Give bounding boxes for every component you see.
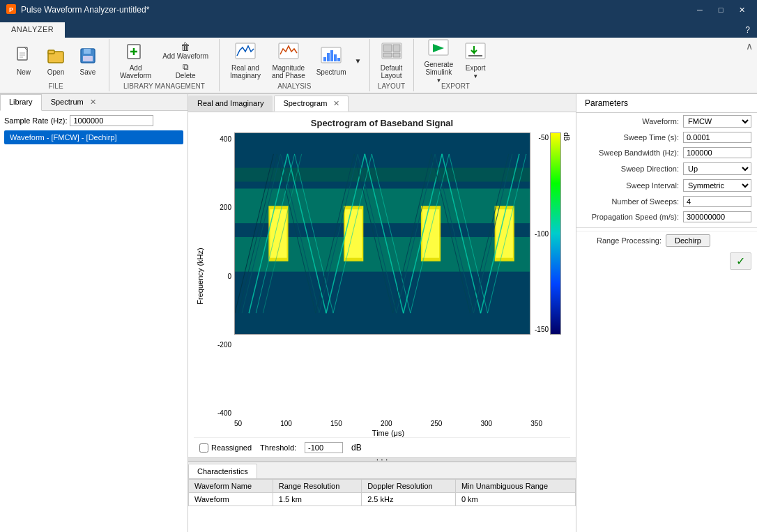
param-label-sweep-time: Sweep Time (s):: [582, 133, 683, 142]
minimize-button[interactable]: ─: [690, 3, 710, 17]
reassigned-checkbox[interactable]: [199, 443, 208, 453]
ribbon-group-layout: DefaultLayout LAYOUT: [370, 39, 414, 91]
default-layout-button[interactable]: DefaultLayout: [376, 40, 408, 81]
characteristics-table: Waveform Name Range Resolution Doppler R…: [188, 479, 576, 506]
characteristics-panel: Characteristics Waveform Name Range Reso…: [188, 462, 576, 532]
open-button[interactable]: Open: [40, 40, 71, 81]
export-dropdown-icon: ▼: [473, 73, 478, 79]
sample-rate-label: Sample Rate (Hz):: [4, 116, 67, 125]
param-row-waveform: Waveform: FMCW LFM NLFM: [576, 113, 757, 130]
svg-rect-42: [422, 209, 439, 258]
confirm-button[interactable]: ✓: [730, 252, 751, 270]
save-button[interactable]: Save: [72, 40, 103, 81]
tab-spectrogram[interactable]: Spectrogram ✕: [274, 96, 349, 112]
param-row-sweep-dir: Sweep Direction: Up Down: [576, 160, 757, 177]
svg-rect-40: [345, 209, 362, 258]
chart-area: Spectrogram of Baseband Signal Frequency…: [188, 112, 576, 457]
param-input-num-sweeps[interactable]: [683, 196, 751, 207]
add-waveform-label: AddWaveform: [120, 64, 151, 79]
colorbar-ticks: -50 -100 -150: [533, 132, 550, 335]
sample-rate-input[interactable]: [70, 115, 153, 126]
svg-rect-18: [323, 57, 326, 61]
ribbon: ANALYZER ? New Open: [0, 20, 757, 94]
save-label: Save: [80, 68, 96, 76]
new-button[interactable]: New: [8, 40, 39, 81]
spectrogram-tab-close[interactable]: ✕: [333, 99, 339, 107]
param-input-prop-speed[interactable]: [683, 211, 751, 222]
param-input-sweep-time[interactable]: [683, 132, 751, 143]
threshold-label: Threshold:: [260, 443, 296, 452]
new-icon: [14, 46, 33, 67]
svg-rect-26: [383, 53, 392, 57]
library-group-label: LIBRARY MANAGEMENT: [115, 81, 213, 90]
ribbon-tab-analyzer[interactable]: ANALYZER: [0, 22, 65, 38]
chart-title: Spectrogram of Baseband Signal: [194, 118, 570, 128]
param-row-sweep-bw: Sweep Bandwidth (Hz):: [576, 145, 757, 160]
export-button[interactable]: Export ▼: [459, 40, 491, 81]
add-waveform-button[interactable]: AddWaveform: [115, 40, 156, 81]
real-imaginary-icon: [234, 42, 257, 63]
spectrum-button[interactable]: Spectrum: [312, 40, 351, 81]
threshold-input[interactable]: [305, 442, 343, 453]
close-button[interactable]: ✕: [732, 3, 751, 17]
magnitude-phase-button[interactable]: Magnitudeand Phase: [267, 40, 310, 81]
real-imaginary-label: Real andImaginary: [230, 64, 261, 79]
svg-rect-27: [393, 53, 400, 57]
ribbon-group-analysis: Real andImaginary Magnitudeand Phase Spe…: [220, 39, 370, 91]
cell-waveform-name: Waveform: [189, 493, 273, 506]
duplicate-button[interactable]: ⧉ Delete: [158, 61, 213, 80]
param-select-waveform[interactable]: FMCW LFM NLFM: [683, 115, 751, 128]
main-area: Library Spectrum ✕ Sample Rate (Hz): Wav…: [0, 94, 757, 532]
duplicate-icon: ⧉: [183, 62, 189, 72]
generate-simulink-label: GenerateSimulink: [425, 61, 454, 76]
open-icon: [46, 46, 66, 67]
library-tab[interactable]: Library: [0, 94, 42, 111]
ribbon-group-library: AddWaveform 🗑 Add Waveform ⧉ Delete LIBR…: [109, 39, 220, 91]
reassigned-label: Reassigned: [211, 443, 252, 452]
maximize-button[interactable]: □: [711, 3, 731, 17]
delete-button[interactable]: 🗑 Add Waveform: [158, 41, 213, 60]
param-value-sweep-dir: Up Down: [683, 162, 751, 175]
param-input-sweep-bw[interactable]: [683, 147, 751, 158]
spectrum-tab-close[interactable]: ✕: [90, 98, 96, 106]
svg-rect-22: [337, 58, 340, 61]
more-analysis-button[interactable]: ▼: [353, 40, 364, 81]
range-processing-button[interactable]: Dechirp: [666, 234, 710, 247]
confirm-button-container: ✓: [576, 250, 757, 273]
threshold-unit: dB: [351, 443, 362, 453]
waveform-list-item[interactable]: Waveform - [FMCW] - [Dechirp]: [4, 130, 183, 144]
svg-rect-20: [330, 50, 333, 61]
default-layout-label: DefaultLayout: [381, 64, 403, 79]
ribbon-collapse-button[interactable]: ∧: [746, 40, 753, 52]
svg-rect-25: [393, 45, 400, 52]
spectrum-label: Spectrum: [316, 68, 346, 76]
toolbar-help-button[interactable]: ?: [741, 24, 754, 36]
generate-simulink-button[interactable]: GenerateSimulink ▼: [420, 40, 459, 81]
characteristics-tab[interactable]: Characteristics: [188, 464, 257, 478]
param-label-sweep-bw: Sweep Bandwidth (Hz):: [582, 149, 683, 157]
param-value-sweep-time: [683, 132, 751, 143]
spectrum-icon: [320, 46, 342, 67]
x-axis-label: Time (μs): [234, 429, 542, 437]
magnitude-phase-label: Magnitudeand Phase: [272, 64, 305, 79]
export-label: Export: [466, 64, 486, 72]
svg-rect-36: [235, 168, 530, 182]
reassigned-checkbox-label[interactable]: Reassigned: [199, 443, 252, 453]
app-icon: P: [6, 3, 17, 17]
param-select-sweep-interval[interactable]: Symmetric Positive Negative: [683, 179, 751, 192]
ribbon-group-file: New Open Save FILE: [3, 39, 109, 91]
characteristics-tabs: Characteristics: [188, 462, 576, 479]
param-select-sweep-dir[interactable]: Up Down: [683, 162, 751, 175]
parameters-tab[interactable]: Parameters: [576, 94, 757, 113]
svg-rect-19: [327, 53, 330, 61]
real-imaginary-button[interactable]: Real andImaginary: [225, 40, 266, 81]
spectrum-tab[interactable]: Spectrum ✕: [42, 94, 105, 110]
magnitude-phase-icon: [277, 42, 300, 63]
layout-icon: [381, 42, 403, 63]
tab-real-imaginary[interactable]: Real and Imaginary: [188, 96, 273, 112]
simulink-icon: [427, 38, 450, 59]
y-axis-label: Frequency (kHz): [196, 248, 204, 304]
param-label-prop-speed: Propagation Speed (m/s):: [582, 213, 683, 221]
cell-min-unambiguous-range: 0 km: [455, 493, 575, 506]
col-range-resolution: Range Resolution: [273, 480, 361, 493]
